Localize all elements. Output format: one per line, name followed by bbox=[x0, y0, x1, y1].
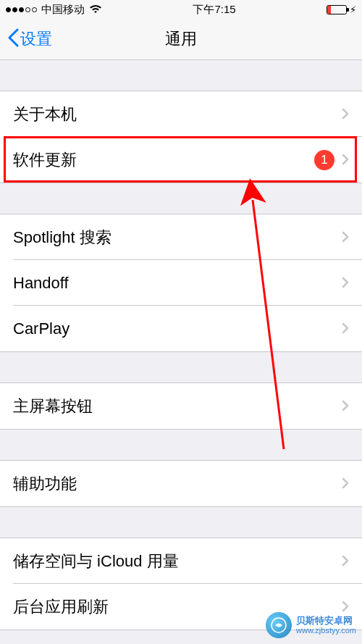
status-time: 下午7:15 bbox=[193, 3, 235, 17]
status-left: 中国移动 bbox=[6, 3, 102, 17]
row-label: 主屏幕按钮 bbox=[13, 396, 342, 417]
settings-group-4: 辅助功能 bbox=[0, 460, 362, 507]
watermark-logo-icon bbox=[266, 612, 292, 638]
status-bar: 中国移动 下午7:15 ⚡︎ bbox=[0, 0, 362, 19]
row-label: 关于本机 bbox=[13, 104, 342, 125]
row-label: Handoff bbox=[13, 274, 342, 293]
row-about[interactable]: 关于本机 bbox=[0, 91, 362, 137]
chevron-right-icon bbox=[342, 474, 349, 493]
watermark-title: 贝斯特安卓网 bbox=[296, 616, 356, 626]
status-right: ⚡︎ bbox=[327, 4, 356, 15]
row-software-update[interactable]: 软件更新 1 bbox=[0, 137, 362, 183]
row-label: Spotlight 搜索 bbox=[13, 227, 342, 248]
chevron-left-icon bbox=[7, 28, 19, 51]
signal-strength-icon bbox=[6, 7, 37, 12]
wifi-icon bbox=[89, 4, 102, 16]
row-label: 辅助功能 bbox=[13, 473, 342, 495]
chevron-right-icon bbox=[342, 151, 349, 170]
chevron-right-icon bbox=[342, 319, 349, 338]
carrier-label: 中国移动 bbox=[41, 3, 85, 17]
row-handoff[interactable]: Handoff bbox=[0, 260, 362, 306]
back-button[interactable]: 设置 bbox=[0, 28, 52, 51]
settings-group-1: 关于本机 软件更新 1 bbox=[0, 91, 362, 183]
page-title: 通用 bbox=[165, 28, 197, 50]
charging-icon: ⚡︎ bbox=[350, 4, 356, 15]
row-home-button[interactable]: 主屏幕按钮 bbox=[0, 383, 362, 429]
row-storage-icloud[interactable]: 储存空间与 iCloud 用量 bbox=[0, 538, 362, 584]
battery-icon bbox=[327, 5, 347, 14]
chevron-right-icon bbox=[342, 105, 349, 124]
chevron-right-icon bbox=[342, 397, 349, 416]
row-carplay[interactable]: CarPlay bbox=[0, 306, 362, 351]
row-spotlight[interactable]: Spotlight 搜索 bbox=[0, 214, 362, 260]
row-accessibility[interactable]: 辅助功能 bbox=[0, 461, 362, 506]
badge: 1 bbox=[314, 150, 334, 170]
row-label: CarPlay bbox=[13, 319, 342, 338]
settings-group-3: 主屏幕按钮 bbox=[0, 382, 362, 430]
chevron-right-icon bbox=[342, 274, 349, 293]
watermark-url: www.zjbstyy.com bbox=[296, 626, 356, 635]
row-label: 软件更新 bbox=[13, 149, 314, 171]
navigation-bar: 设置 通用 bbox=[0, 19, 362, 60]
back-label: 设置 bbox=[20, 28, 52, 50]
row-label: 储存空间与 iCloud 用量 bbox=[13, 551, 342, 572]
chevron-right-icon bbox=[342, 228, 349, 247]
chevron-right-icon bbox=[342, 552, 349, 571]
watermark: 贝斯特安卓网 www.zjbstyy.com bbox=[266, 612, 356, 638]
settings-group-2: Spotlight 搜索 Handoff CarPlay bbox=[0, 214, 362, 352]
